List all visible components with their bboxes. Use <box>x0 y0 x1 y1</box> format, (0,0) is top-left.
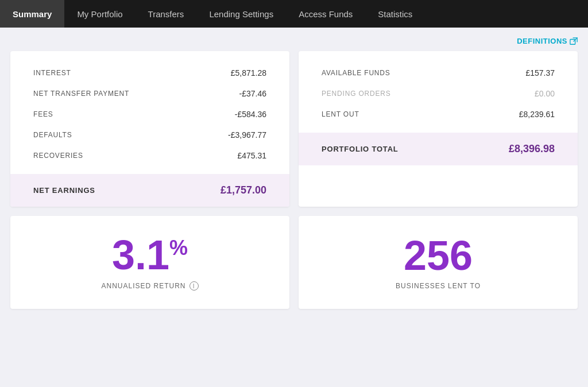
recoveries-label: RECOVERIES <box>33 152 83 160</box>
cards-row: INTEREST £5,871.28 NET TRANSFER PAYMENT … <box>10 51 578 207</box>
earnings-card: INTEREST £5,871.28 NET TRANSFER PAYMENT … <box>10 51 289 207</box>
main-navigation: Summary My Portfolio Transfers Lending S… <box>0 0 588 28</box>
portfolio-total-label: PORTFOLIO TOTAL <box>322 145 399 153</box>
lent-out-row: LENT OUT £8,239.61 <box>322 110 555 119</box>
external-link-icon <box>570 37 578 45</box>
annualised-return-info-icon[interactable]: i <box>189 281 199 291</box>
nav-access-funds[interactable]: Access Funds <box>286 0 365 28</box>
available-funds-value: £157.37 <box>525 68 555 78</box>
defaults-value: -£3,967.77 <box>228 130 266 140</box>
businesses-label-row: BUSINESSES LENT TO <box>396 282 481 290</box>
interest-label: INTEREST <box>33 69 71 77</box>
annualised-return-label-row: ANNUALISED RETURN i <box>101 281 198 291</box>
portfolio-total-value: £8,396.98 <box>509 143 555 155</box>
portfolio-card: AVAILABLE FUNDS £157.37 PENDING ORDERS £… <box>299 51 578 207</box>
pending-orders-label: PENDING ORDERS <box>322 90 391 98</box>
lent-out-label: LENT OUT <box>322 110 359 118</box>
net-transfer-label: NET TRANSFER PAYMENT <box>33 90 129 98</box>
main-content: DEFINITIONS INTEREST £5,871.28 NET TRANS… <box>0 28 588 318</box>
nav-transfers[interactable]: Transfers <box>136 0 197 28</box>
recoveries-value: £475.31 <box>237 151 266 160</box>
businesses-label: BUSINESSES LENT TO <box>396 282 481 290</box>
net-earnings-value: £1,757.00 <box>220 184 266 196</box>
net-transfer-row: NET TRANSFER PAYMENT -£37.46 <box>33 89 266 98</box>
portfolio-card-body: AVAILABLE FUNDS £157.37 PENDING ORDERS £… <box>299 51 578 133</box>
defaults-row: DEFAULTS -£3,967.77 <box>33 130 266 140</box>
available-funds-row: AVAILABLE FUNDS £157.37 <box>322 68 555 78</box>
earnings-card-footer: NET EARNINGS £1,757.00 <box>10 174 289 207</box>
interest-value: £5,871.28 <box>231 68 266 78</box>
pending-orders-row: PENDING ORDERS £0.00 <box>322 89 555 98</box>
annualised-return-label: ANNUALISED RETURN <box>101 282 185 290</box>
nav-statistics[interactable]: Statistics <box>365 0 425 28</box>
pending-orders-value: £0.00 <box>535 89 555 98</box>
annualised-return-card: 3.1% ANNUALISED RETURN i <box>10 216 289 309</box>
defaults-label: DEFAULTS <box>33 131 72 139</box>
fees-label: FEES <box>33 110 53 118</box>
fees-value: -£584.36 <box>235 110 266 119</box>
net-earnings-label: NET EARNINGS <box>33 186 95 195</box>
available-funds-label: AVAILABLE FUNDS <box>322 69 390 77</box>
stats-row: 3.1% ANNUALISED RETURN i 256 BUSINESSES … <box>10 216 578 309</box>
nav-summary[interactable]: Summary <box>0 0 64 28</box>
businesses-lent-card: 256 BUSINESSES LENT TO <box>299 216 578 309</box>
fees-row: FEES -£584.36 <box>33 110 266 119</box>
definitions-row: DEFINITIONS <box>10 37 578 45</box>
interest-row: INTEREST £5,871.28 <box>33 68 266 78</box>
portfolio-card-footer: PORTFOLIO TOTAL £8,396.98 <box>299 133 578 165</box>
net-transfer-value: -£37.46 <box>239 89 266 98</box>
annualised-return-number: 3.1% <box>112 234 188 276</box>
nav-lending-settings[interactable]: Lending Settings <box>196 0 286 28</box>
recoveries-row: RECOVERIES £475.31 <box>33 151 266 160</box>
nav-my-portfolio[interactable]: My Portfolio <box>64 0 135 28</box>
definitions-label: DEFINITIONS <box>517 37 567 45</box>
lent-out-value: £8,239.61 <box>519 110 555 119</box>
definitions-link[interactable]: DEFINITIONS <box>517 37 578 45</box>
businesses-number: 256 <box>404 235 473 276</box>
earnings-card-body: INTEREST £5,871.28 NET TRANSFER PAYMENT … <box>10 51 289 174</box>
